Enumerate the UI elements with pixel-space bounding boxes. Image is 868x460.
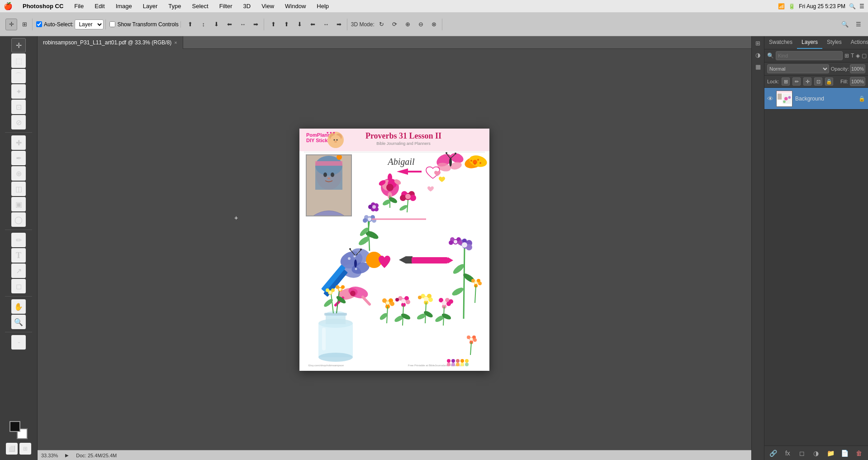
filter-adjust-icon[interactable]: T — [851, 53, 854, 59]
dist-hcenter-btn[interactable]: ↔ — [320, 19, 332, 30]
dist-left-btn[interactable]: ⬅ — [307, 19, 319, 30]
opacity-input[interactable] — [850, 64, 865, 73]
adjustment-layer-btn[interactable]: ◑ — [811, 448, 821, 458]
align-left-btn[interactable]: ⬅ — [224, 19, 236, 30]
marquee-tool-left[interactable]: ⬚ — [11, 53, 26, 68]
help-menu[interactable]: Help — [314, 3, 332, 10]
layer-item-background[interactable]: 👁 — [764, 88, 868, 110]
document-tab[interactable]: robinsampson_P31_L11_art01.pdf @ 33.3% (… — [38, 36, 183, 49]
search-btn[interactable]: 🔍 — [839, 19, 851, 30]
layers-search-input[interactable] — [776, 51, 843, 60]
eraser-tool-left[interactable]: ◫ — [11, 182, 26, 196]
show-transform-label[interactable]: Show Transform Controls — [109, 21, 178, 28]
dodge-tool-left[interactable]: ◯ — [11, 212, 26, 227]
search-icon[interactable]: 🔍 — [849, 3, 856, 10]
lock-position-btn[interactable]: ✛ — [803, 77, 811, 86]
link-layers-btn[interactable]: 🔗 — [768, 448, 778, 458]
tab-actions[interactable]: Actions — [846, 36, 868, 49]
gradient-tool-left[interactable]: ▣ — [11, 197, 26, 211]
3d-menu[interactable]: 3D — [241, 3, 254, 10]
edit-menu[interactable]: Edit — [92, 3, 107, 10]
lock-artboard-btn[interactable]: ⊡ — [814, 77, 822, 86]
svg-point-194 — [454, 240, 457, 244]
app-name-menu[interactable]: Photoshop CC — [20, 3, 66, 10]
3dmode-slide-btn[interactable]: ⊖ — [415, 19, 427, 30]
lasso-tool-left[interactable]: ⌒ — [11, 69, 26, 83]
align-top-btn[interactable]: ⬆ — [185, 19, 196, 30]
fill-input[interactable] — [850, 77, 865, 86]
view-menu[interactable]: View — [259, 3, 277, 10]
svg-point-144 — [473, 338, 477, 342]
tab-swatches[interactable]: Swatches — [764, 36, 797, 49]
align-hcenter-btn[interactable]: ↔ — [237, 19, 249, 30]
healing-tool-left[interactable]: ✚ — [11, 135, 26, 150]
3dmode-scale-btn[interactable]: ⊗ — [428, 19, 440, 30]
brush-tool-left[interactable]: ✒ — [11, 151, 26, 165]
blend-mode-select[interactable]: Normal Multiply Screen Overlay — [767, 64, 829, 73]
shape-tool-left[interactable]: ◻ — [11, 279, 26, 293]
tab-close-btn[interactable]: × — [174, 40, 177, 45]
autoselect-checkbox[interactable] — [36, 21, 42, 27]
more-tools-btn[interactable]: ··· — [11, 335, 26, 350]
hand-tool-left[interactable]: ✋ — [11, 299, 26, 314]
svg-point-33 — [446, 152, 447, 154]
align-vcenter-btn[interactable]: ↕ — [198, 19, 209, 30]
move-tool-left[interactable]: ✛ — [11, 38, 26, 53]
select-menu[interactable]: Select — [189, 3, 211, 10]
type-tool-left[interactable]: T — [11, 248, 26, 263]
filter-shape-icon[interactable]: ▢ — [862, 53, 867, 59]
canvas-scroll[interactable]: + PomPlanner DIY Stickers — [38, 49, 751, 450]
delete-layer-btn[interactable]: 🗑 — [854, 448, 864, 458]
eyedropper-tool-left[interactable]: ⊘ — [11, 115, 26, 129]
filter-pixel-icon[interactable]: ⊞ — [844, 53, 849, 59]
filter-type-icon[interactable]: ◈ — [856, 53, 860, 59]
path-select-tool-left[interactable]: ↗ — [11, 264, 26, 278]
foreground-color-swatch[interactable] — [9, 421, 20, 432]
dist-right-btn[interactable]: ➡ — [333, 19, 345, 30]
dist-top-btn[interactable]: ⬆ — [268, 19, 280, 30]
layer-mask-btn[interactable]: ◻ — [797, 448, 807, 458]
dist-bottom-btn[interactable]: ⬇ — [294, 19, 306, 30]
type-menu[interactable]: Type — [166, 3, 184, 10]
autoselect-checkbox-label[interactable]: Auto-Select: — [36, 21, 73, 28]
tab-styles[interactable]: Styles — [822, 36, 846, 49]
autoselect-select[interactable]: Layer Group — [75, 19, 104, 29]
screen-mode-btn[interactable]: ⊞ — [19, 443, 31, 455]
layer-list[interactable]: 👁 — [764, 88, 868, 446]
new-layer-btn[interactable]: 📄 — [840, 448, 850, 458]
show-transform-checkbox[interactable] — [109, 21, 115, 27]
image-menu[interactable]: Image — [113, 3, 135, 10]
layer-menu[interactable]: Layer — [140, 3, 161, 10]
3dmode-rotate-btn[interactable]: ↻ — [376, 19, 388, 30]
filter-menu[interactable]: Filter — [217, 3, 235, 10]
file-menu[interactable]: File — [71, 3, 86, 10]
layer-visibility-eye[interactable]: 👁 — [767, 95, 773, 102]
foreground-background-colors[interactable] — [9, 421, 28, 439]
3dmode-roll-btn[interactable]: ⟳ — [389, 19, 401, 30]
panel-tool-icon-3[interactable]: ▦ — [753, 62, 763, 72]
workspace-btn[interactable]: ☰ — [853, 19, 864, 30]
lock-pixels-btn[interactable]: ⊞ — [782, 77, 790, 86]
align-right-btn[interactable]: ➡ — [250, 19, 262, 30]
lock-all-btn[interactable]: 🔒 — [825, 77, 833, 86]
quick-mask-btn[interactable]: ⬜ — [6, 443, 18, 455]
zoom-tool-left[interactable]: 🔍 — [11, 315, 26, 329]
dist-vcenter-btn[interactable]: ⬆ — [281, 19, 293, 30]
layer-style-btn[interactable]: fx — [783, 448, 792, 458]
move-tool-btn[interactable]: ✛ — [5, 19, 17, 30]
quickselect-tool-left[interactable]: ✦ — [11, 84, 26, 99]
tab-layers[interactable]: Layers — [797, 36, 822, 49]
notification-icon[interactable]: ☰ — [859, 3, 864, 10]
apple-menu[interactable]: 🍎 — [4, 2, 13, 10]
lock-image-btn[interactable]: ✏ — [792, 77, 801, 86]
panel-tool-icon-2[interactable]: ◑ — [753, 50, 763, 60]
panel-tool-icon-1[interactable]: ⊞ — [753, 38, 763, 48]
crop-tool-left[interactable]: ⊡ — [11, 100, 26, 114]
align-bottom-btn[interactable]: ⬇ — [211, 19, 223, 30]
window-menu[interactable]: Window — [282, 3, 308, 10]
3dmode-pan-btn[interactable]: ⊕ — [402, 19, 414, 30]
artboard-tool-btn[interactable]: ⊞ — [19, 19, 30, 30]
clone-tool-left[interactable]: ⊕ — [11, 166, 26, 181]
pen-tool-left[interactable]: ✏ — [11, 233, 26, 247]
new-group-btn[interactable]: 📁 — [825, 448, 835, 458]
